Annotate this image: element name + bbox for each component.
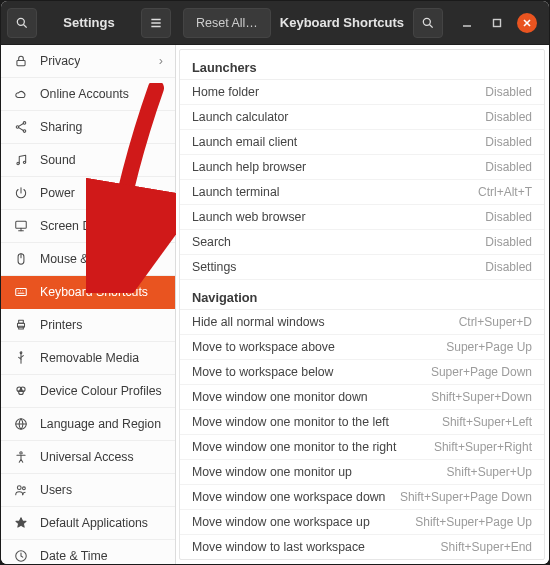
content-search-button[interactable] xyxy=(413,8,443,38)
shortcut-keys: Shift+Super+Left xyxy=(442,415,532,429)
sidebar-search-button[interactable] xyxy=(7,8,37,38)
shortcut-name: Launch help browser xyxy=(192,160,485,174)
sidebar-item-label: Mouse & Touchpad xyxy=(40,252,145,266)
sidebar-item-device-colour-profiles[interactable]: Device Colour Profiles xyxy=(1,375,175,408)
shortcut-row[interactable]: Move window one monitor to the rightShif… xyxy=(180,435,544,460)
sidebar-item-privacy[interactable]: Privacy› xyxy=(1,45,175,78)
sidebar-item-label: Date & Time xyxy=(40,549,108,563)
shortcut-name: Home folder xyxy=(192,85,485,99)
star-icon xyxy=(13,515,29,531)
printer-icon xyxy=(13,317,29,333)
shortcut-row[interactable]: Move to workspace aboveSuper+Page Up xyxy=(180,335,544,360)
shortcut-name: Launch terminal xyxy=(192,185,478,199)
shortcut-name: Move window one monitor up xyxy=(192,465,447,479)
sidebar-item-label: Default Applications xyxy=(40,516,148,530)
shortcut-row[interactable]: Launch email clientDisabled xyxy=(180,130,544,155)
access-icon xyxy=(13,449,29,465)
window-minimize-button[interactable] xyxy=(457,13,477,33)
shortcut-row[interactable]: Move window one monitor to the leftShift… xyxy=(180,410,544,435)
sidebar-item-keyboard-shortcuts[interactable]: Keyboard Shortcuts xyxy=(1,276,175,309)
shortcut-row[interactable]: SettingsDisabled xyxy=(180,255,544,280)
svg-line-15 xyxy=(19,124,24,127)
sidebar-item-label: Universal Access xyxy=(40,450,134,464)
svg-point-39 xyxy=(17,486,21,490)
sidebar-item-mouse-touchpad[interactable]: Mouse & Touchpad xyxy=(1,243,175,276)
shortcut-row[interactable]: Launch web browserDisabled xyxy=(180,205,544,230)
shortcut-name: Move to workspace below xyxy=(192,365,431,379)
shortcut-name: Settings xyxy=(192,260,485,274)
svg-line-16 xyxy=(19,128,24,131)
sidebar-item-users[interactable]: Users xyxy=(1,474,175,507)
users-icon xyxy=(13,482,29,498)
sidebar-item-power[interactable]: Power xyxy=(1,177,175,210)
sidebar-item-default-applications[interactable]: Default Applications xyxy=(1,507,175,540)
sidebar-item-label: Keyboard Shortcuts xyxy=(40,285,148,299)
sidebar-item-label: Online Accounts xyxy=(40,87,129,101)
shortcut-row[interactable]: Move window to last workspaceShift+Super… xyxy=(180,535,544,560)
shortcut-row[interactable]: Launch calculatorDisabled xyxy=(180,105,544,130)
svg-rect-8 xyxy=(494,19,501,26)
sidebar-item-label: Privacy xyxy=(40,54,80,68)
cloud-icon xyxy=(13,86,29,102)
shortcut-keys: Shift+Super+Right xyxy=(434,440,532,454)
svg-line-1 xyxy=(23,24,26,27)
sidebar-item-online-accounts[interactable]: Online Accounts xyxy=(1,78,175,111)
sidebar-item-removable-media[interactable]: Removable Media xyxy=(1,342,175,375)
shortcut-name: Move window one monitor to the left xyxy=(192,415,442,429)
music-icon xyxy=(13,152,29,168)
shortcut-keys: Shift+Super+End xyxy=(441,540,532,554)
sidebar-item-date-time[interactable]: Date & Time xyxy=(1,540,175,564)
sidebar-item-sharing[interactable]: Sharing xyxy=(1,111,175,144)
sidebar-item-label: Device Colour Profiles xyxy=(40,384,162,398)
sidebar-item-printers[interactable]: Printers xyxy=(1,309,175,342)
shortcut-keys: Disabled xyxy=(485,160,532,174)
shortcut-keys: Disabled xyxy=(485,110,532,124)
usb-icon xyxy=(13,350,29,366)
sidebar-item-language-and-region[interactable]: Language and Region xyxy=(1,408,175,441)
sidebar-item-label: Language and Region xyxy=(40,417,161,431)
shortcut-name: Move window one workspace down xyxy=(192,490,400,504)
shortcut-row[interactable]: SearchDisabled xyxy=(180,230,544,255)
shortcut-name: Move to workspace above xyxy=(192,340,446,354)
shortcut-row[interactable]: Move window one workspace upShift+Super+… xyxy=(180,510,544,535)
shortcut-keys: Disabled xyxy=(485,85,532,99)
svg-point-5 xyxy=(423,18,430,25)
sidebar-item-sound[interactable]: Sound xyxy=(1,144,175,177)
svg-point-17 xyxy=(17,162,19,164)
shortcut-row[interactable]: Hide all normal windowsCtrl+Super+D xyxy=(180,310,544,335)
shortcut-row[interactable]: Launch help browserDisabled xyxy=(180,155,544,180)
hamburger-menu-button[interactable] xyxy=(141,8,171,38)
window-close-button[interactable] xyxy=(517,13,537,33)
sidebar: Privacy›Online AccountsSharingSoundPower… xyxy=(1,45,176,564)
mouse-icon xyxy=(13,251,29,267)
shortcut-name: Move window one workspace up xyxy=(192,515,415,529)
svg-rect-19 xyxy=(16,221,27,228)
sidebar-item-universal-access[interactable]: Universal Access xyxy=(1,441,175,474)
reset-all-button[interactable]: Reset All… xyxy=(183,8,271,38)
shortcut-row[interactable]: Move window one monitor downShift+Super+… xyxy=(180,385,544,410)
shortcut-row[interactable]: Move to workspace belowSuper+Page Down xyxy=(180,360,544,385)
svg-rect-24 xyxy=(16,289,27,296)
shortcut-keys: Disabled xyxy=(485,210,532,224)
shortcut-row[interactable]: Move window one workspace downShift+Supe… xyxy=(180,485,544,510)
shortcut-name: Launch web browser xyxy=(192,210,485,224)
header-bar: Settings Reset All… Keyboard Shortcuts xyxy=(1,1,549,45)
svg-point-18 xyxy=(23,161,25,163)
shortcut-keys: Disabled xyxy=(485,235,532,249)
share-icon xyxy=(13,119,29,135)
shortcut-row[interactable]: Launch terminalCtrl+Alt+T xyxy=(180,180,544,205)
minimize-icon xyxy=(462,18,472,28)
sidebar-item-screen-display[interactable]: Screen Display xyxy=(1,210,175,243)
shortcut-keys: Shift+Super+Up xyxy=(447,465,532,479)
sidebar-item-label: Sound xyxy=(40,153,76,167)
shortcut-keys: Super+Page Down xyxy=(431,365,532,379)
shortcut-keys: Shift+Super+Down xyxy=(431,390,532,404)
page-title: Keyboard Shortcuts xyxy=(277,15,407,30)
svg-rect-11 xyxy=(17,60,25,65)
shortcut-row[interactable]: Move window one monitor upShift+Super+Up xyxy=(180,460,544,485)
svg-line-6 xyxy=(429,24,432,27)
shortcut-row[interactable]: Home folderDisabled xyxy=(180,80,544,105)
svg-point-0 xyxy=(17,18,24,25)
window-maximize-button[interactable] xyxy=(487,13,507,33)
hamburger-icon xyxy=(149,16,163,30)
